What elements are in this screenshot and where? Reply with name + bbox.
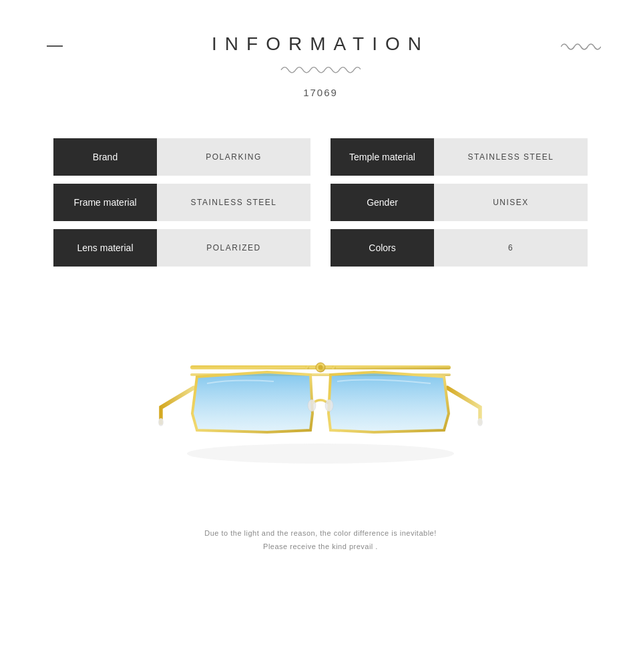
lens-material-value: POLARIZED [157,229,310,267]
lens-material-label: Lens material [53,229,157,267]
svg-point-7 [332,365,336,369]
brand-label: Brand [53,138,157,176]
temple-material-row: Temple material STAINLESS STEEL [331,138,588,176]
colors-value: 6 [434,229,588,267]
svg-point-9 [325,399,333,411]
colors-label: Colors [331,229,434,267]
svg-point-8 [308,399,316,411]
title-wave-decoration [0,61,641,75]
gender-value: UNISEX [434,184,588,221]
page-title: INFORMATION [0,33,641,55]
product-id: 17069 [0,87,641,98]
frame-material-row: Frame material STAINLESS STEEL [53,184,310,221]
brand-row: Brand POLARKING [53,138,310,176]
info-section: Brand POLARKING Frame material STAINLESS… [0,98,641,293]
svg-point-5 [318,365,323,370]
product-image-section [0,293,641,507]
brand-value: POLARKING [157,138,310,176]
frame-material-value: STAINLESS STEEL [157,184,310,221]
temple-material-value: STAINLESS STEEL [434,138,588,176]
top-right-wave-decoration [561,39,601,55]
svg-point-10 [187,444,454,464]
info-column-left: Brand POLARKING Frame material STAINLESS… [53,138,310,267]
footer-note: Due to the light and the reason, the col… [0,507,641,580]
svg-point-6 [305,365,309,369]
temple-material-label: Temple material [331,138,434,176]
svg-point-0 [158,418,164,426]
header-section: INFORMATION 17069 [0,0,641,98]
svg-point-1 [477,418,483,426]
frame-material-label: Frame material [53,184,157,221]
gender-label: Gender [331,184,434,221]
footer-line2: Please receive the kind prevail . [0,540,641,554]
gender-row: Gender UNISEX [331,184,588,221]
colors-row: Colors 6 [331,229,588,267]
sunglasses-image [154,313,487,494]
info-column-right: Temple material STAINLESS STEEL Gender U… [331,138,588,267]
lens-material-row: Lens material POLARIZED [53,229,310,267]
footer-line1: Due to the light and the reason, the col… [0,527,641,540]
top-left-dash [47,45,63,47]
